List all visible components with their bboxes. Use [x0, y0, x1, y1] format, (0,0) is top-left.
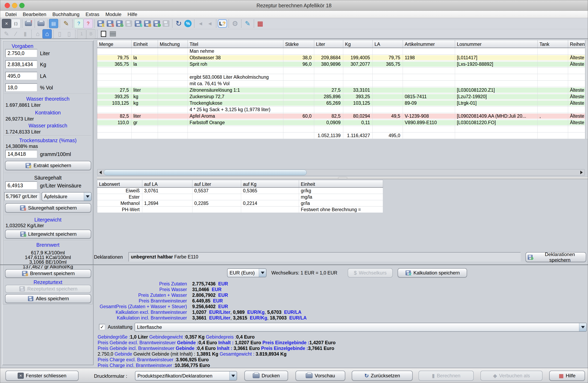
- druckformular-dropdown[interactable]: Produktspezifikation/Deklarationen: [135, 371, 237, 381]
- save-disabled2-icon[interactable]: [161, 19, 171, 28]
- table-row[interactable]: Man nehme: [97, 48, 585, 55]
- table-row[interactable]: 110,0grFarbstoff Orange0,09090,11V890.89…: [97, 120, 585, 126]
- rezepturtext-speichern-button[interactable]: Rezepturtext speichern: [5, 285, 91, 293]
- edit-disabled-icon[interactable]: ✎: [2, 29, 11, 39]
- table-row[interactable]: 365,75laSprit roh96,0380,9896307,2077365…: [97, 61, 585, 68]
- saeuregehalt-speichern-button[interactable]: S Säuregehalt speichern: [5, 203, 91, 213]
- deklarationen-field[interactable]: unbegrenzt haltbar Farbe E110: [128, 252, 521, 262]
- kalkulation-speichern-button[interactable]: K Kalkulation speichern: [398, 268, 467, 278]
- factory-active-icon[interactable]: ⌂: [42, 29, 52, 39]
- menu-buchhaltung[interactable]: Buchhaltung: [49, 12, 83, 17]
- page-portrait-icon[interactable]: [99, 29, 108, 39]
- berechnen-button[interactable]: ▮ Berechnen: [419, 371, 474, 381]
- labor-column-header-einheit[interactable]: Einheit: [299, 180, 383, 187]
- currency-dropdown[interactable]: EUR (Euro): [227, 268, 267, 277]
- signature-icon[interactable]: ✎: [62, 19, 71, 28]
- slash-disabled-icon[interactable]: ∕: [11, 29, 21, 39]
- refresh-icon[interactable]: ↻: [174, 19, 183, 28]
- scroll-right-icon[interactable]: [578, 169, 585, 176]
- horizontal-scrollbar[interactable]: [97, 169, 585, 176]
- speaker-mute-icon[interactable]: ◄: [205, 19, 214, 28]
- column-header-reihenfolge[interactable]: Reihenfolge: [568, 40, 585, 48]
- table-row[interactable]: 82,5literApfel Aroma60,082,580,029449,5V…: [97, 113, 585, 120]
- wrench-icon[interactable]: ⚙: [230, 19, 240, 28]
- menu-hilfe[interactable]: Hilfe: [125, 12, 140, 17]
- scroll-left-icon[interactable]: [97, 169, 104, 176]
- labor-row[interactable]: PH-WertFestwert ohne Berechnung =: [97, 206, 383, 213]
- table-row[interactable]: [97, 68, 585, 74]
- menu-module[interactable]: Module: [103, 12, 125, 17]
- fenster-schliessen-button[interactable]: × Fenster schliessen: [5, 371, 79, 381]
- table-row[interactable]: 393,25kgZuckersirup 72,7285,896393,25081…: [97, 94, 585, 100]
- column-header-einheit[interactable]: Einheit: [131, 40, 158, 48]
- alles-speichern-button[interactable]: Alles speichern: [5, 294, 91, 303]
- syringe-question-icon[interactable]: ?: [74, 19, 84, 28]
- column-header-menge[interactable]: Menge: [97, 40, 131, 48]
- save-extrakt-icon[interactable]: E: [96, 19, 105, 28]
- menu-extras[interactable]: Extras: [83, 12, 103, 17]
- pages-disabled-icon[interactable]: ▯: [55, 29, 64, 39]
- menu-bearbeiten[interactable]: Bearbeiten: [20, 12, 49, 17]
- extrakt-input[interactable]: [5, 150, 37, 158]
- blob-disabled-icon[interactable]: ▮: [21, 29, 30, 39]
- table-row[interactable]: 27,5literZitronensäurelösung 1:127,533,3…: [97, 87, 585, 94]
- save-deklaration-icon[interactable]: D: [152, 19, 161, 28]
- pen-icon[interactable]: ✎: [243, 19, 252, 28]
- volpercent-input[interactable]: [5, 83, 37, 92]
- ausstattung-dropdown[interactable]: Literflasche: [135, 323, 587, 332]
- table-row[interactable]: ergibt 583,0068 Liter Alkoholmischung: [97, 74, 585, 81]
- save-litergewicht-icon[interactable]: G: [115, 19, 124, 28]
- column-header-la[interactable]: LA: [373, 40, 403, 48]
- column-header-st-rke[interactable]: Stärke: [283, 40, 314, 48]
- labor-row[interactable]: Methanol1,26940,22850,2214gr/la: [97, 200, 383, 206]
- la-input[interactable]: [5, 72, 37, 80]
- table-row[interactable]: 103,125kgTrockenglukose65,269103,12589-0…: [97, 100, 585, 106]
- labor-row[interactable]: Estermg/la: [97, 194, 383, 200]
- page-landscape-icon[interactable]: [108, 29, 118, 39]
- table-row[interactable]: 1.052,11391.116,4327495,0: [97, 132, 585, 139]
- close-view-icon[interactable]: ×: [2, 19, 11, 28]
- liter-input[interactable]: [5, 49, 37, 57]
- scrollbar-thumb[interactable]: [104, 170, 307, 175]
- vertical-scrollbar[interactable]: [585, 40, 588, 139]
- labor-column-header-auf-kg[interactable]: auf Kg: [241, 180, 299, 187]
- column-header-tank[interactable]: Tank: [538, 40, 568, 48]
- column-header-liter[interactable]: Liter: [314, 40, 343, 48]
- table-row[interactable]: mit ca. 76,41 % Vol: [97, 81, 585, 87]
- window-code-icon[interactable]: {:}: [11, 19, 21, 28]
- column-header-artikelnummer[interactable]: Artikelnummer: [403, 40, 455, 48]
- brennwert-speichern-button[interactable]: B Brennwert speichern: [5, 269, 91, 278]
- wechselkurs-button[interactable]: $ Wechselkurs: [348, 268, 393, 278]
- vorschau-button[interactable]: Vorschau: [295, 371, 345, 381]
- liter-question-icon[interactable]: L?: [218, 19, 227, 28]
- zuruecksetzen-button[interactable]: ↻ Zurücksetzen: [352, 371, 413, 381]
- percent-icon[interactable]: %: [183, 19, 193, 28]
- menu-datei[interactable]: Datei: [2, 12, 20, 17]
- save-disabled-icon[interactable]: [124, 19, 133, 28]
- labor-column-header-laborwert[interactable]: Laborwert: [97, 180, 142, 187]
- print-report-icon[interactable]: ↑: [24, 19, 33, 28]
- pane-splitter[interactable]: [97, 177, 588, 179]
- table-row[interactable]: [97, 126, 585, 132]
- table-row[interactable]: 4 * 25 kg Sack + 3,125 kg (1,9778 liter): [97, 106, 585, 113]
- splitter-grip-icon[interactable]: [338, 177, 347, 179]
- labor-row[interactable]: Eiweiß3,07610,55370,5365gr/kg: [97, 188, 383, 194]
- speaker-icon[interactable]: ◄: [196, 19, 205, 28]
- labor-column-header-auf-liter[interactable]: auf Liter: [192, 180, 241, 187]
- deklarationen-speichern-button[interactable]: D Deklarationen speichern: [525, 252, 586, 262]
- table-grid-icon[interactable]: ▦: [255, 19, 265, 28]
- litergewicht-speichern-button[interactable]: G Litergewicht speichern: [5, 230, 91, 239]
- save-brennwert-icon[interactable]: B: [143, 19, 152, 28]
- kg-input[interactable]: [5, 60, 37, 69]
- extrakt-speichern-button[interactable]: E Extrakt speichern: [5, 161, 91, 170]
- saeure-art-dropdown[interactable]: Äpfelsäure: [42, 192, 92, 201]
- ausstattung-checkbox[interactable]: ✓: [99, 324, 105, 330]
- drucken-button[interactable]: Drucken: [244, 371, 288, 381]
- table-row[interactable]: 79,75laObstwasser 3838,0209,8684199,4005…: [97, 55, 585, 61]
- factory-disabled-icon[interactable]: ⌂: [33, 29, 42, 39]
- printer-icon[interactable]: [36, 19, 46, 28]
- column-header-losnummer[interactable]: Losnummer: [455, 40, 538, 48]
- save-preis-icon[interactable]: $: [133, 19, 143, 28]
- save-saeuregehalt-icon[interactable]: S: [105, 19, 115, 28]
- circle-one-disabled-icon[interactable]: 1: [77, 29, 86, 39]
